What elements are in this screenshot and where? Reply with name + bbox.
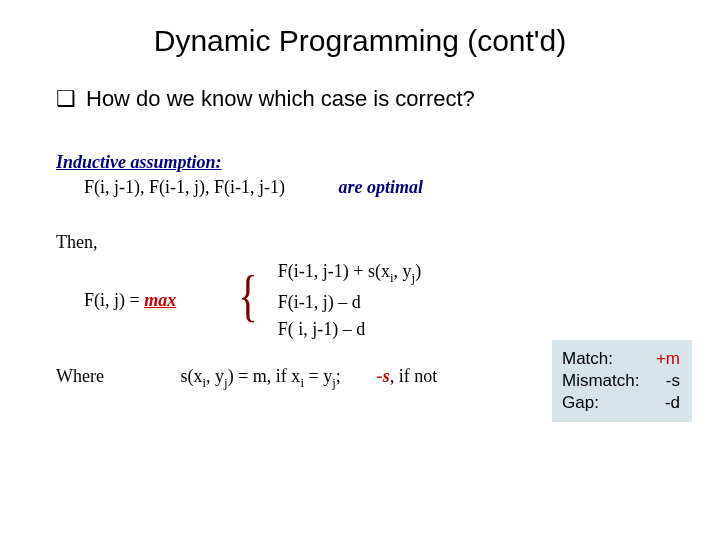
legend-match-value: +m xyxy=(656,348,680,370)
max-definition: F(i, j) = max { F(i-1, j-1) + s(xi, yj) … xyxy=(84,261,670,340)
max-lhs-pre: F(i, j) = xyxy=(84,290,144,310)
slide-title: Dynamic Programming (cont'd) xyxy=(50,24,670,58)
case-3: F( i, j-1) – d xyxy=(278,319,421,340)
if-not: , if not xyxy=(390,366,438,386)
inductive-assumption-line: F(i, j-1), F(i-1, j), F(i-1, j-1) are op… xyxy=(84,177,670,198)
neg-s: -s xyxy=(377,366,390,386)
case-1: F(i-1, j-1) + s(xi, yj) xyxy=(278,261,421,286)
max-lhs: F(i, j) = max xyxy=(84,290,234,311)
brace-icon: { xyxy=(238,267,257,325)
legend-gap-value: -d xyxy=(665,392,680,414)
inductive-lhs: F(i, j-1), F(i-1, j), F(i-1, j-1) xyxy=(84,177,334,198)
legend-mismatch-label: Mismatch: xyxy=(562,370,639,392)
inductive-assumption-label: Inductive assumption: xyxy=(56,152,670,173)
legend-match-label: Match: xyxy=(562,348,613,370)
legend-mismatch-value: -s xyxy=(666,370,680,392)
max-cases: F(i-1, j-1) + s(xi, yj) F(i-1, j) – d F(… xyxy=(278,261,421,340)
question-text: How do we know which case is correct? xyxy=(86,86,475,111)
question-line: ❑How do we know which case is correct? xyxy=(56,86,670,112)
inductive-rhs: are optimal xyxy=(339,177,424,197)
max-word: max xyxy=(144,290,176,310)
legend-gap-label: Gap: xyxy=(562,392,599,414)
bullet-icon: ❑ xyxy=(56,86,76,111)
legend-match: Match: +m xyxy=(562,348,680,370)
then-label: Then, xyxy=(56,232,670,253)
where-label: Where xyxy=(56,366,176,387)
scoring-legend: Match: +m Mismatch: -s Gap: -d xyxy=(552,340,692,422)
legend-gap: Gap: -d xyxy=(562,392,680,414)
legend-mismatch: Mismatch: -s xyxy=(562,370,680,392)
s-definition: s(xi, yj) = m, if xi = yj; -s, if not xyxy=(181,366,438,386)
case-2: F(i-1, j) – d xyxy=(278,292,421,313)
